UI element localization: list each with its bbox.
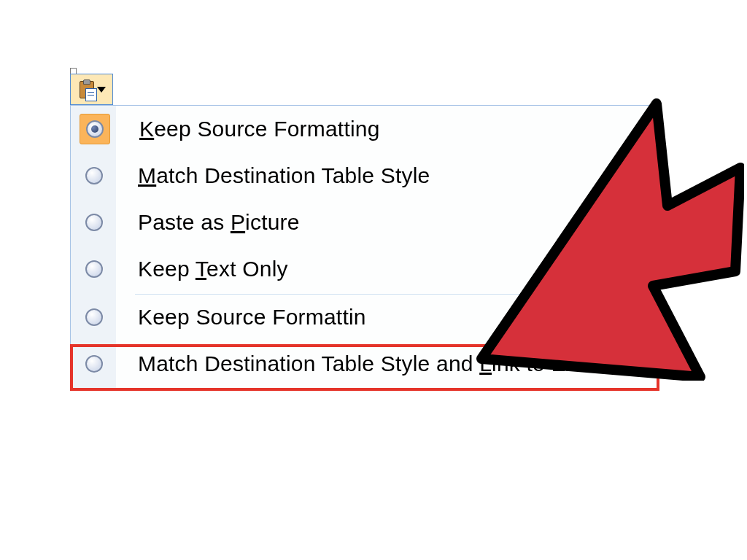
radio-icon — [80, 208, 109, 237]
menu-item-keep-source-formatting-link[interactable]: Keep Source Formattin — [71, 294, 657, 341]
menu-item-label: Keep Source Formatting — [139, 117, 380, 141]
paste-options-button[interactable] — [70, 74, 113, 105]
menu-item-label: Keep Text Only — [138, 257, 288, 281]
radio-icon — [80, 254, 109, 284]
paste-options-menu: Keep Source Formatting Match Destination… — [70, 105, 658, 389]
chevron-down-icon — [97, 87, 106, 93]
menu-item-label: Match Destination Table Style — [138, 163, 430, 188]
radio-icon — [80, 114, 110, 144]
menu-item-label: Match Destination Table Style and Link t… — [138, 351, 605, 376]
menu-item-keep-text-only[interactable]: Keep Text Only — [71, 246, 657, 292]
radio-icon — [80, 303, 109, 332]
menu-item-paste-as-picture[interactable]: Paste as Picture — [71, 199, 657, 246]
menu-separator — [135, 294, 656, 295]
stage: Keep Source Formatting Match Destination… — [0, 0, 747, 560]
radio-icon — [80, 161, 109, 190]
menu-item-match-destination-table-style[interactable]: Match Destination Table Style — [71, 152, 657, 199]
radio-icon — [80, 349, 109, 378]
menu-item-label: Paste as Picture — [138, 210, 300, 235]
menu-item-label: Keep Source Formattin — [138, 305, 366, 330]
menu-item-match-link-excel[interactable]: Match Destination Table Style and Link t… — [71, 341, 657, 387]
menu-item-keep-source-formatting[interactable]: Keep Source Formatting — [71, 106, 657, 152]
clipboard-paste-icon — [78, 79, 96, 100]
